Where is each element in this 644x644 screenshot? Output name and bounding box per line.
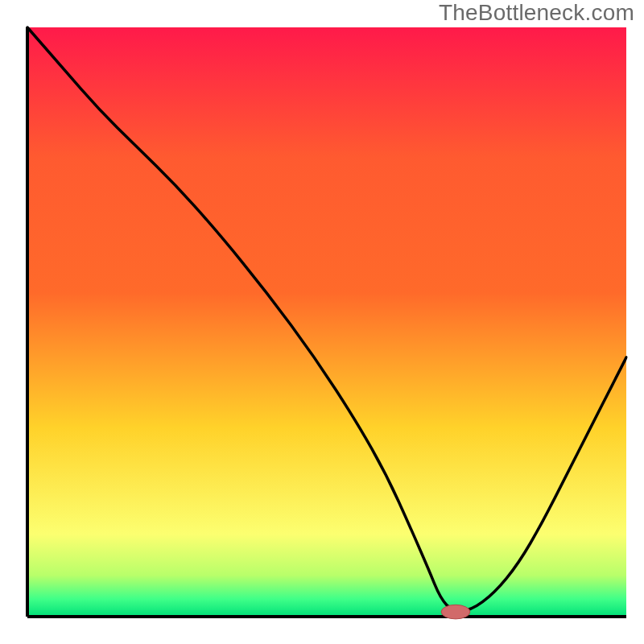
plot-background [27, 27, 626, 617]
optimum-marker [441, 605, 470, 619]
bottleneck-chart [0, 0, 644, 644]
watermark-text: TheBottleneck.com [439, 0, 634, 26]
chart-frame: TheBottleneck.com [0, 0, 644, 644]
